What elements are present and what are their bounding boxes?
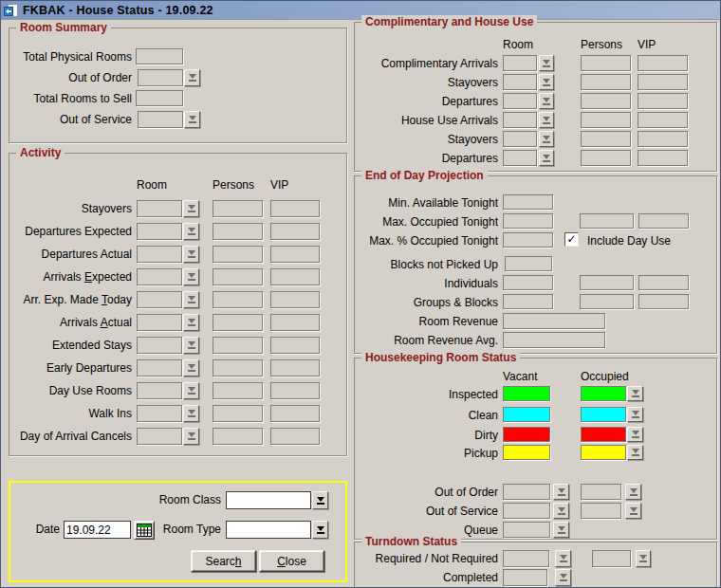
hk-out-of-service-combo-2[interactable] [581,503,641,519]
walk-ins-room-combo[interactable] [137,405,199,422]
out-of-order-dropdown-button[interactable] [184,69,200,86]
out-of-service-combo[interactable] [138,111,200,128]
walk-ins-room-field[interactable] [137,405,182,422]
individuals-field-2[interactable] [580,275,634,290]
early-departures-room-field[interactable] [137,359,182,377]
min-available-tonight-field[interactable] [503,194,553,210]
titlebar[interactable]: FKBAK - House Status - 19.09.22 [1,1,720,20]
comp-departures-persons-field[interactable] [581,93,631,109]
early-departures-vip-field[interactable] [270,359,320,377]
house-use-arrivals-room-dropdown-button[interactable] [539,112,554,128]
arr-exp-made-today-room-combo[interactable] [137,291,199,308]
arr-exp-made-today-vip-field[interactable] [270,291,320,308]
day-use-rooms-persons-field[interactable] [213,382,263,399]
house-use-arrivals-persons-field[interactable] [581,112,631,128]
arrivals-expected-room-field[interactable] [137,268,182,285]
out-of-service-field[interactable] [138,111,183,128]
room-class-dropdown-button[interactable] [312,491,328,509]
room-type-combo[interactable] [226,521,328,539]
inspected-vacant-field[interactable] [503,386,550,401]
turndown-completed-field[interactable] [503,569,547,586]
date-field[interactable] [64,521,131,539]
house-use-stayovers-vip-field[interactable] [638,131,688,147]
turndown-required-combo-2[interactable] [592,550,651,567]
early-departures-room-dropdown-button[interactable] [183,359,199,377]
out-of-service-dropdown-button[interactable] [184,111,200,128]
turndown-required-field-2[interactable] [592,550,631,567]
hk-out-of-order-field-1[interactable] [503,484,550,500]
close-button[interactable]: Close [259,550,324,572]
total-physical-rooms-field[interactable] [136,48,183,64]
arrivals-actual-room-field[interactable] [137,314,182,331]
day-of-arrival-cancels-room-field[interactable] [137,428,182,445]
hk-out-of-service-dropdown-button-2[interactable] [625,503,641,519]
day-of-arrival-cancels-room-combo[interactable] [137,428,199,445]
comp-stayovers-persons-field[interactable] [581,74,631,90]
max-pct-occupied-tonight-field[interactable] [503,232,553,248]
room-class-combo[interactable] [226,491,328,509]
groups-blocks-field-2[interactable] [580,294,634,309]
turndown-required-dropdown-button-2[interactable] [636,550,651,567]
arr-exp-made-today-room-dropdown-button[interactable] [183,291,199,308]
day-use-rooms-room-combo[interactable] [137,382,199,399]
day-use-rooms-vip-field[interactable] [270,382,320,399]
pickup-vacant-field[interactable] [503,445,550,460]
arr-exp-made-today-persons-field[interactable] [213,291,263,308]
turndown-completed-dropdown-button[interactable] [555,569,571,586]
room-type-dropdown-button[interactable] [312,521,328,539]
house-use-arrivals-room-combo[interactable] [503,112,554,128]
departures-expected-persons-field[interactable] [213,223,263,240]
house-use-stayovers-room-dropdown-button[interactable] [539,131,554,147]
arrivals-actual-persons-field[interactable] [213,314,263,331]
turndown-completed-combo[interactable] [503,569,571,586]
comp-departures-vip-field[interactable] [638,93,688,109]
arrivals-actual-room-combo[interactable] [137,314,199,331]
groups-blocks-field[interactable] [503,294,553,309]
extended-stays-persons-field[interactable] [213,337,263,354]
arr-exp-made-today-room-field[interactable] [137,291,182,308]
individuals-field[interactable] [503,275,553,290]
walk-ins-persons-field[interactable] [213,405,263,422]
pickup-occupied-dropdown-button[interactable] [627,445,643,460]
comp-departures-room-dropdown-button[interactable] [539,93,554,109]
clean-occupied-combo[interactable] [581,407,643,422]
complimentary-arrivals-vip-field[interactable] [638,55,688,71]
extended-stays-room-combo[interactable] [137,337,199,354]
house-use-arrivals-room-field[interactable] [503,112,537,128]
hk-out-of-order-dropdown-button-1[interactable] [553,484,569,500]
out-of-order-field[interactable] [138,69,183,86]
day-of-arrival-cancels-room-dropdown-button[interactable] [183,428,199,445]
stayovers-room-combo[interactable] [137,200,199,217]
out-of-order-combo[interactable] [138,69,200,86]
hk-out-of-order-combo-2[interactable] [581,484,641,500]
turndown-required-field-1[interactable] [503,550,549,567]
pickup-occupied-combo[interactable] [581,445,643,460]
departures-actual-persons-field[interactable] [213,246,263,263]
room-revenue-field[interactable] [503,313,605,329]
queue-dropdown-button[interactable] [553,522,569,538]
complimentary-arrivals-room-dropdown-button[interactable] [539,55,554,71]
departures-actual-room-dropdown-button[interactable] [183,246,199,263]
day-use-rooms-room-dropdown-button[interactable] [183,382,199,399]
extended-stays-room-dropdown-button[interactable] [183,337,199,354]
hk-out-of-service-field-1[interactable] [503,503,550,519]
hk-out-of-order-dropdown-button-2[interactable] [625,484,641,500]
room-class-field[interactable] [226,491,311,509]
hk-out-of-service-dropdown-button-1[interactable] [553,503,569,519]
day-of-arrival-cancels-vip-field[interactable] [270,428,320,445]
dirty-occupied-dropdown-button[interactable] [627,427,643,442]
day-use-rooms-room-field[interactable] [137,382,182,399]
comp-stayovers-room-dropdown-button[interactable] [539,74,554,90]
inspected-occupied-combo[interactable] [581,386,643,401]
stayovers-persons-field[interactable] [213,200,263,217]
stayovers-room-dropdown-button[interactable] [183,200,199,217]
arrivals-actual-room-dropdown-button[interactable] [183,314,199,331]
hk-out-of-order-field-2[interactable] [581,484,621,500]
arrivals-expected-room-combo[interactable] [137,268,199,285]
extended-stays-vip-field[interactable] [270,337,320,354]
room-type-field[interactable] [226,521,311,539]
max-occupied-tonight-field-3[interactable] [638,213,689,229]
house-use-stayovers-room-field[interactable] [503,131,537,147]
comp-stayovers-room-combo[interactable] [503,74,554,90]
extended-stays-room-field[interactable] [137,337,182,354]
